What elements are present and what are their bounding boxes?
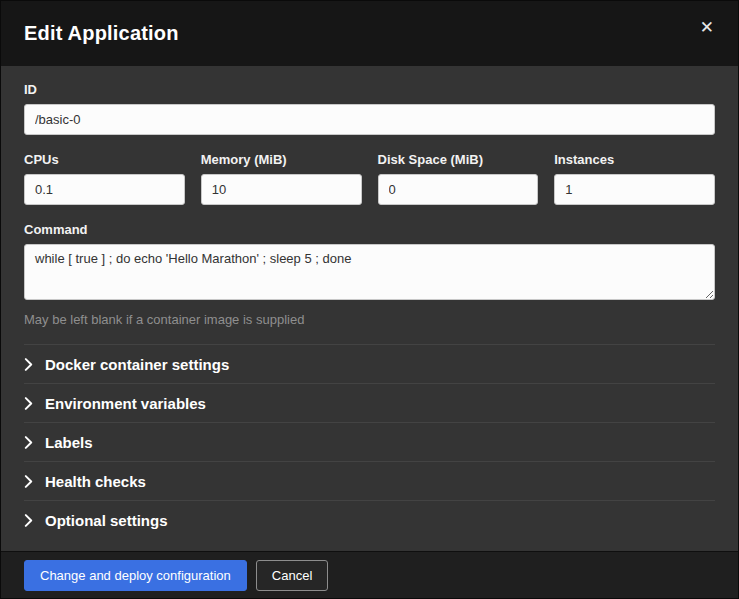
instances-input[interactable] (554, 174, 715, 205)
instances-label: Instances (554, 152, 715, 167)
section-label: Labels (45, 434, 93, 451)
cpus-field-group: CPUs (24, 152, 185, 205)
memory-label: Memory (MiB) (201, 152, 362, 167)
chevron-right-icon (24, 436, 33, 449)
section-label: Environment variables (45, 395, 206, 412)
command-help-text: May be left blank if a container image i… (24, 312, 715, 327)
section-docker-container-settings[interactable]: Docker container settings (24, 345, 715, 384)
disk-input[interactable] (378, 174, 539, 205)
cpus-input[interactable] (24, 174, 185, 205)
collapsible-sections: Docker container settings Environment va… (24, 344, 715, 540)
modal-header: Edit Application ✕ (1, 1, 738, 66)
chevron-right-icon (24, 475, 33, 488)
modal-body: ID CPUs Memory (MiB) Disk Space (MiB) In… (1, 66, 738, 551)
cpus-label: CPUs (24, 152, 185, 167)
disk-label: Disk Space (MiB) (378, 152, 539, 167)
chevron-right-icon (24, 358, 33, 371)
change-and-deploy-button[interactable]: Change and deploy configuration (24, 560, 247, 591)
command-textarea[interactable]: while [ true ] ; do echo 'Hello Marathon… (24, 244, 715, 300)
modal-title: Edit Application (24, 22, 179, 45)
section-optional-settings[interactable]: Optional settings (24, 501, 715, 540)
modal-footer: Change and deploy configuration Cancel (1, 551, 738, 598)
cancel-button[interactable]: Cancel (256, 560, 328, 591)
chevron-right-icon (24, 397, 33, 410)
memory-field-group: Memory (MiB) (201, 152, 362, 205)
id-input[interactable] (24, 104, 715, 135)
section-label: Docker container settings (45, 356, 229, 373)
instances-field-group: Instances (554, 152, 715, 205)
section-environment-variables[interactable]: Environment variables (24, 384, 715, 423)
section-health-checks[interactable]: Health checks (24, 462, 715, 501)
close-icon[interactable]: ✕ (694, 15, 720, 40)
memory-input[interactable] (201, 174, 362, 205)
command-field-group: Command while [ true ] ; do echo 'Hello … (24, 222, 715, 327)
disk-field-group: Disk Space (MiB) (378, 152, 539, 205)
id-field-group: ID (24, 82, 715, 135)
command-label: Command (24, 222, 715, 237)
section-label: Optional settings (45, 512, 168, 529)
edit-application-modal: Edit Application ✕ ID CPUs Memory (MiB) … (0, 0, 739, 599)
id-label: ID (24, 82, 715, 97)
section-labels[interactable]: Labels (24, 423, 715, 462)
chevron-right-icon (24, 514, 33, 527)
section-label: Health checks (45, 473, 146, 490)
resources-row: CPUs Memory (MiB) Disk Space (MiB) Insta… (24, 152, 715, 205)
